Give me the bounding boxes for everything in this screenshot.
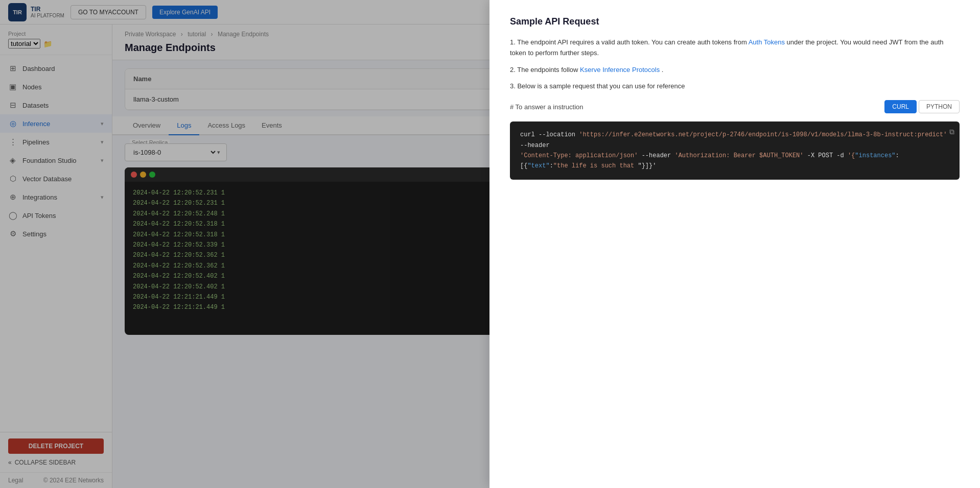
- auth-tokens-link[interactable]: Auth Tokens: [749, 38, 785, 46]
- curl-code-content: curl --location 'https://infer.e2enetwor…: [520, 130, 949, 172]
- code-section: # To answer a instruction CURL PYTHON ⧉ …: [510, 100, 960, 180]
- tab-curl[interactable]: CURL: [884, 100, 917, 113]
- code-header: # To answer a instruction CURL PYTHON: [510, 100, 960, 117]
- overlay-panel: Sample API Request 1. The endpoint API r…: [489, 0, 980, 488]
- overlay-info-3: 3. Below is a sample request that you ca…: [510, 81, 960, 92]
- info1-text: 1. The endpoint API requires a valid aut…: [510, 38, 747, 46]
- code-tabs: CURL PYTHON: [884, 100, 960, 113]
- info3-text: 3. Below is a sample request that you ca…: [510, 82, 685, 90]
- kserve-link[interactable]: Kserve Inference Protocols: [580, 66, 660, 74]
- overlay-info-2: 2. The endpoints follow Kserve Inference…: [510, 65, 960, 76]
- code-label: # To answer a instruction: [510, 103, 584, 111]
- overlay-info-1: 1. The endpoint API requires a valid aut…: [510, 37, 960, 59]
- copy-icon[interactable]: ⧉: [949, 127, 954, 139]
- overlay-title: Sample API Request: [510, 16, 960, 27]
- info2-pre: 2. The endpoints follow: [510, 66, 580, 74]
- code-block: ⧉ curl --location 'https://infer.e2enetw…: [510, 121, 960, 180]
- info2-rest: .: [662, 66, 664, 74]
- tab-python[interactable]: PYTHON: [919, 100, 960, 113]
